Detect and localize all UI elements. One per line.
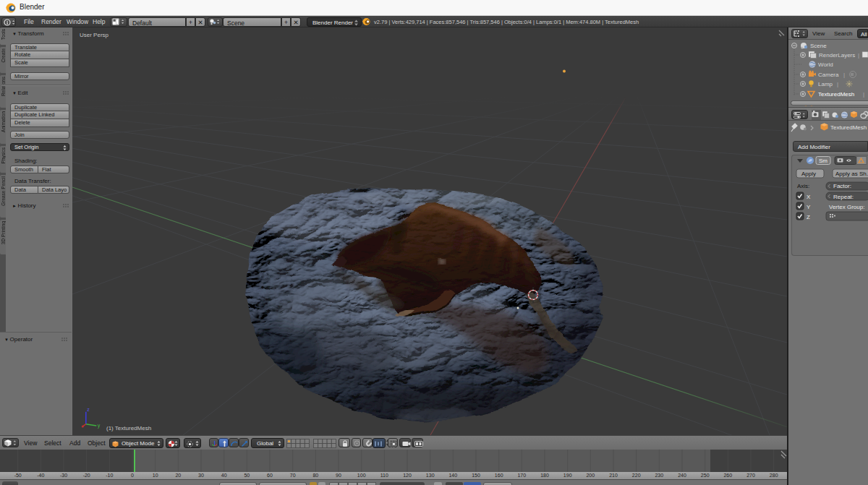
svg-text:|: | — [863, 91, 864, 98]
svg-text:|: | — [837, 81, 838, 87]
svg-text:Apply: Apply — [801, 171, 816, 177]
svg-text:Lamp: Lamp — [818, 81, 833, 87]
svg-text:Apply as Sh...: Apply as Sh... — [835, 171, 868, 177]
svg-text:z: z — [87, 407, 90, 412]
svg-text:X: X — [807, 194, 811, 200]
svg-text:Vertex Group:: Vertex Group: — [829, 204, 864, 210]
svg-text:Factor:: Factor: — [833, 183, 851, 189]
svg-text:World: World — [818, 61, 833, 68]
svg-text:Z: Z — [807, 214, 810, 220]
svg-text:Axis:: Axis: — [797, 183, 809, 189]
svg-text:TexturedMesh: TexturedMesh — [818, 91, 854, 98]
svg-text:Scene: Scene — [810, 43, 827, 49]
svg-text:TexturedMesh: TexturedMesh — [830, 124, 867, 131]
svg-text:Repeat:: Repeat: — [833, 194, 854, 200]
svg-text:Y: Y — [807, 204, 811, 210]
svg-text:y: y — [98, 423, 101, 429]
svg-text:|: | — [843, 72, 845, 78]
svg-text:Camera: Camera — [818, 72, 839, 78]
svg-text:|: | — [858, 52, 859, 59]
svg-text:RenderLayers: RenderLayers — [819, 52, 855, 59]
svg-text:Sm: Sm — [819, 158, 827, 164]
